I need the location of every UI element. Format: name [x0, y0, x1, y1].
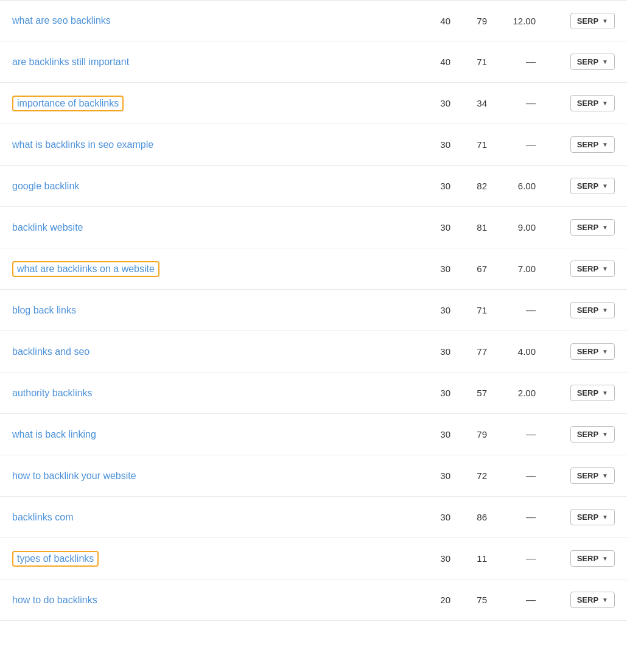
serp-button[interactable]: SERP▼ [570, 136, 615, 153]
keyword-highlighted: what are backlinks on a website [12, 261, 159, 277]
keyword-cell: backlinks com [12, 512, 420, 523]
volume-cell: 30 [420, 512, 469, 522]
serp-button[interactable]: SERP▼ [570, 178, 615, 194]
cpc-cell: 6.00 [505, 181, 554, 191]
keyword-cell: are backlinks still important [12, 57, 420, 68]
keyword-highlighted: importance of backlinks [12, 96, 124, 111]
serp-button[interactable]: SERP▼ [570, 219, 615, 236]
keyword-link[interactable]: backlinks and seo [12, 346, 89, 357]
chevron-down-icon: ▼ [602, 141, 608, 148]
keyword-link[interactable]: how to do backlinks [12, 595, 97, 605]
kd-cell: 82 [469, 181, 505, 191]
kd-cell: 71 [469, 305, 505, 315]
serp-cell: SERP▼ [554, 136, 615, 153]
serp-label: SERP [577, 595, 598, 604]
volume-cell: 20 [420, 595, 469, 605]
serp-label: SERP [577, 99, 598, 108]
serp-button[interactable]: SERP▼ [570, 261, 615, 277]
serp-cell: SERP▼ [554, 95, 615, 111]
keyword-link[interactable]: types of backlinks [17, 553, 94, 564]
serp-cell: SERP▼ [554, 219, 615, 236]
kd-cell: 72 [469, 471, 505, 481]
cpc-cell: 7.00 [505, 264, 554, 274]
chevron-down-icon: ▼ [602, 183, 608, 189]
table-row: how to do backlinks2075—SERP▼ [0, 579, 627, 621]
serp-button[interactable]: SERP▼ [570, 550, 615, 567]
kd-cell: 67 [469, 264, 505, 274]
cpc-cell: 2.00 [505, 388, 554, 398]
serp-label: SERP [577, 306, 598, 315]
keyword-cell: types of backlinks [12, 551, 420, 567]
serp-button[interactable]: SERP▼ [570, 95, 615, 111]
keyword-link[interactable]: backlink website [12, 222, 83, 233]
keyword-link[interactable]: blog back links [12, 305, 76, 315]
kd-cell: 86 [469, 512, 505, 522]
serp-label: SERP [577, 16, 598, 26]
volume-cell: 30 [420, 388, 469, 398]
cpc-cell: 4.00 [505, 346, 554, 357]
keyword-link[interactable]: importance of backlinks [17, 98, 119, 108]
kd-cell: 11 [469, 553, 505, 564]
serp-label: SERP [577, 430, 598, 439]
serp-button[interactable]: SERP▼ [570, 426, 615, 443]
keyword-link[interactable]: are backlinks still important [12, 57, 129, 67]
volume-cell: 30 [420, 181, 469, 191]
serp-label: SERP [577, 554, 598, 563]
keyword-link[interactable]: what are backlinks on a website [17, 264, 155, 274]
serp-label: SERP [577, 223, 598, 232]
table-row: google backlink30826.00SERP▼ [0, 166, 627, 207]
kd-cell: 77 [469, 346, 505, 357]
serp-button[interactable]: SERP▼ [570, 385, 615, 401]
table-row: types of backlinks3011—SERP▼ [0, 538, 627, 579]
keyword-link[interactable]: google backlink [12, 181, 79, 191]
chevron-down-icon: ▼ [602, 472, 608, 479]
chevron-down-icon: ▼ [602, 431, 608, 438]
serp-button[interactable]: SERP▼ [570, 509, 615, 525]
volume-cell: 30 [420, 471, 469, 481]
serp-button[interactable]: SERP▼ [570, 467, 615, 484]
serp-cell: SERP▼ [554, 261, 615, 277]
keyword-link[interactable]: what is backlinks in seo example [12, 139, 153, 150]
volume-cell: 40 [420, 57, 469, 67]
kd-cell: 79 [469, 429, 505, 439]
volume-cell: 30 [420, 264, 469, 274]
kd-cell: 57 [469, 388, 505, 398]
keyword-link[interactable]: what are seo backlinks [12, 15, 111, 26]
kd-cell: 79 [469, 16, 505, 26]
keyword-link[interactable]: how to backlink your website [12, 471, 136, 481]
serp-button[interactable]: SERP▼ [570, 343, 615, 360]
chevron-down-icon: ▼ [602, 597, 608, 603]
serp-cell: SERP▼ [554, 178, 615, 194]
serp-button[interactable]: SERP▼ [570, 13, 615, 29]
keyword-highlighted: types of backlinks [12, 551, 99, 567]
keyword-link[interactable]: backlinks com [12, 512, 73, 522]
keyword-link[interactable]: authority backlinks [12, 388, 93, 398]
volume-cell: 40 [420, 16, 469, 26]
chevron-down-icon: ▼ [602, 265, 608, 272]
serp-cell: SERP▼ [554, 550, 615, 567]
serp-button[interactable]: SERP▼ [570, 302, 615, 318]
keyword-cell: backlinks and seo [12, 346, 420, 357]
table-row: backlinks com3086—SERP▼ [0, 497, 627, 538]
keyword-link[interactable]: what is back linking [12, 429, 96, 439]
chevron-down-icon: ▼ [602, 514, 608, 520]
chevron-down-icon: ▼ [602, 58, 608, 65]
serp-label: SERP [577, 264, 598, 273]
serp-button[interactable]: SERP▼ [570, 592, 615, 608]
table-row: how to backlink your website3072—SERP▼ [0, 455, 627, 497]
cpc-cell: — [505, 57, 554, 68]
keyword-cell: what is backlinks in seo example [12, 139, 420, 150]
keyword-cell: authority backlinks [12, 388, 420, 399]
cpc-cell: — [505, 98, 554, 109]
kd-cell: 81 [469, 222, 505, 233]
keyword-cell: importance of backlinks [12, 96, 420, 111]
cpc-cell: — [505, 471, 554, 481]
serp-button[interactable]: SERP▼ [570, 54, 615, 70]
table-row: what are backlinks on a website30677.00S… [0, 248, 627, 290]
serp-cell: SERP▼ [554, 385, 615, 401]
cpc-cell: 12.00 [505, 16, 554, 26]
kd-cell: 75 [469, 595, 505, 605]
kd-cell: 71 [469, 57, 505, 67]
table-row: backlink website30819.00SERP▼ [0, 207, 627, 248]
serp-cell: SERP▼ [554, 467, 615, 484]
